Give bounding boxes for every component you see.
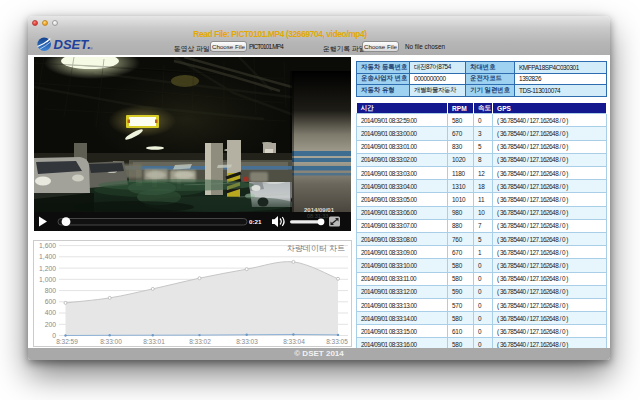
svg-text:1,400: 1,400 [39, 253, 56, 260]
svg-text:8:33:01: 8:33:01 [143, 338, 165, 345]
svg-text:400: 400 [45, 309, 57, 316]
svg-text:1,200: 1,200 [39, 265, 56, 272]
svg-text:8:33:02: 8:33:02 [189, 338, 211, 345]
svg-text:1,600: 1,600 [39, 242, 56, 249]
svg-text:1,000: 1,000 [39, 276, 56, 283]
svg-text:08:31:33: 08:31:33 [307, 213, 328, 219]
svg-text:8:32:59: 8:32:59 [56, 338, 78, 345]
svg-text:8:33:00: 8:33:00 [100, 338, 122, 345]
svg-text:800: 800 [45, 287, 57, 294]
svg-text:200: 200 [45, 321, 57, 328]
svg-text:8:33:05: 8:33:05 [326, 338, 348, 345]
svg-text:차량데이터 차트: 차량데이터 차트 [287, 244, 345, 253]
svg-text:0:21: 0:21 [249, 218, 262, 225]
svg-text:8:33:03: 8:33:03 [236, 338, 258, 345]
svg-text:8:33:04: 8:33:04 [283, 338, 305, 345]
svg-text:600: 600 [45, 298, 57, 305]
